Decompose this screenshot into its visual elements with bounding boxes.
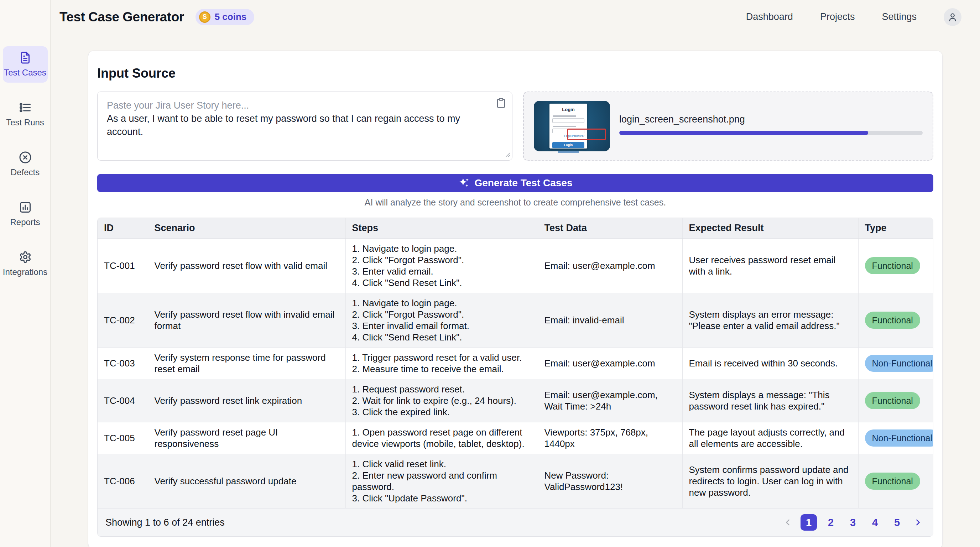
table-row-TC-003[interactable]: TC-003 Verify system response time for p…	[97, 348, 933, 379]
coins-badge: S 5 coins	[196, 9, 255, 25]
cell-id: TC-001	[97, 239, 148, 293]
pagination-prev-button[interactable]	[781, 517, 795, 528]
page-button-3[interactable]: 3	[845, 514, 861, 531]
cell-steps: 1. Navigate to login page. 2. Click "For…	[345, 293, 538, 348]
paste-clipboard-button[interactable]	[496, 98, 506, 109]
screenshot-upload-area[interactable]: Login Forgot Password? Login	[523, 92, 933, 161]
sidebar-item-label: Test Cases	[4, 68, 46, 78]
user-story-value: As a user, I want to be able to reset my…	[107, 112, 487, 138]
table-row-TC-002[interactable]: TC-002 Verify password reset flow with i…	[97, 293, 933, 348]
table-row-TC-004[interactable]: TC-004 Verify password reset link expira…	[97, 379, 933, 422]
document-icon	[19, 51, 32, 64]
table-header-row: ID Scenario Steps Test Data Expected Res…	[97, 218, 933, 239]
cell-expected-result: System displays a message: "This passwor…	[682, 379, 858, 422]
bar-chart-icon	[19, 201, 32, 214]
sidebar-item-label: Reports	[10, 217, 40, 227]
page-title: Test Case Generator	[59, 10, 184, 25]
sparkles-icon	[458, 177, 470, 189]
chevron-left-icon	[783, 517, 793, 528]
thumbnail-login-button: Login	[552, 142, 584, 148]
cell-scenario: Verify system response time for password…	[148, 348, 345, 379]
cell-test-data: Email: user@example.com	[538, 348, 682, 379]
nav-link-settings[interactable]: Settings	[882, 11, 916, 22]
cell-id: TC-006	[97, 454, 148, 509]
circle-x-icon	[19, 151, 32, 164]
type-badge: Functional	[865, 312, 920, 329]
cell-expected-result: User receives password reset email with …	[682, 239, 858, 293]
test-cases-table: ID Scenario Steps Test Data Expected Res…	[97, 218, 933, 508]
generate-test-cases-button[interactable]: Generate Test Cases	[97, 174, 933, 192]
screenshot-thumbnail: Login Forgot Password? Login	[534, 101, 610, 151]
user-story-input[interactable]: Paste your Jira User Story here... As a …	[97, 92, 512, 161]
page-button-1[interactable]: 1	[800, 514, 817, 531]
nav-link-projects[interactable]: Projects	[820, 11, 855, 22]
cell-id: TC-002	[97, 293, 148, 348]
table-row-TC-006[interactable]: TC-006 Verify successful password update…	[97, 454, 933, 509]
pagination-pages: 12345	[800, 514, 905, 531]
upload-progress-track	[619, 131, 923, 135]
cell-steps: 1. Request password reset. 2. Wait for l…	[345, 379, 538, 422]
input-row: Paste your Jira User Story here... As a …	[97, 92, 933, 161]
clipboard-icon	[496, 98, 506, 108]
cell-scenario: Verify password reset flow with invalid …	[148, 293, 345, 348]
sidebar-item-reports[interactable]: Reports	[3, 196, 48, 232]
cell-type: Non-Functional	[858, 348, 933, 379]
page-button-5[interactable]: 5	[889, 514, 905, 531]
column-header-expected-result: Expected Result	[682, 218, 858, 239]
sidebar-item-label: Test Runs	[6, 118, 44, 127]
avatar[interactable]	[944, 8, 961, 26]
cell-expected-result: Email is received within 30 seconds.	[682, 348, 858, 379]
cell-type: Non-Functional	[858, 422, 933, 454]
type-badge: Functional	[865, 392, 920, 409]
input-source-card: Input Source Paste your Jira User Story …	[88, 51, 943, 547]
sidebar: Test Cases Test Runs Defects Reports Int…	[0, 0, 51, 547]
cell-scenario: Verify successful password update	[148, 454, 345, 509]
column-header-test-data: Test Data	[538, 218, 682, 239]
cell-scenario: Verify password reset flow with valid em…	[148, 239, 345, 293]
sidebar-item-label: Integrations	[3, 267, 47, 277]
column-header-steps: Steps	[345, 218, 538, 239]
sidebar-item-integrations[interactable]: Integrations	[3, 246, 48, 282]
top-nav: Dashboard Projects Settings	[746, 8, 961, 26]
pagination-next-button[interactable]	[911, 517, 925, 528]
type-badge: Non-Functional	[865, 429, 934, 447]
table-row-TC-005[interactable]: TC-005 Verify password reset page UI res…	[97, 422, 933, 454]
cell-steps: 1. Trigger password reset for a valid us…	[345, 348, 538, 379]
cell-scenario: Verify password reset page UI responsive…	[148, 422, 345, 454]
page-button-2[interactable]: 2	[822, 514, 839, 531]
cell-id: TC-003	[97, 348, 148, 379]
cell-test-data: Email: invalid-email	[538, 293, 682, 348]
sidebar-item-test-runs[interactable]: Test Runs	[3, 96, 48, 132]
type-badge: Non-Functional	[865, 355, 934, 372]
cell-expected-result: System displays an error message: "Pleas…	[682, 293, 858, 348]
thumbnail-login-title: Login	[552, 107, 584, 112]
cell-type: Functional	[858, 454, 933, 509]
top-bar: Test Case Generator S 5 coins Dashboard …	[51, 0, 980, 34]
cell-test-data: Email: user@example.com, Wait Time: >24h	[538, 379, 682, 422]
cell-type: Functional	[858, 293, 933, 348]
page-button-4[interactable]: 4	[867, 514, 883, 531]
sidebar-item-defects[interactable]: Defects	[3, 146, 48, 182]
column-header-scenario: Scenario	[148, 218, 345, 239]
cell-expected-result: System confirms password update and redi…	[682, 454, 858, 509]
showing-entries-text: Showing 1 to 6 of 24 entries	[105, 517, 225, 528]
cell-steps: 1. Navigate to login page. 2. Click "For…	[345, 239, 538, 293]
generate-helper-text: AI will analyze the story and screenshot…	[97, 197, 933, 208]
chevron-right-icon	[913, 517, 923, 528]
pagination: 12345	[781, 514, 925, 531]
sidebar-item-test-cases[interactable]: Test Cases	[3, 46, 48, 83]
cell-type: Functional	[858, 379, 933, 422]
cell-id: TC-005	[97, 422, 148, 454]
test-cases-table-wrap: ID Scenario Steps Test Data Expected Res…	[97, 218, 933, 537]
coin-icon: S	[199, 11, 210, 23]
cell-test-data: Email: user@example.com	[538, 239, 682, 293]
type-badge: Functional	[865, 472, 920, 490]
resize-handle-icon[interactable]	[504, 151, 510, 159]
cell-steps: 1. Open password reset page on different…	[345, 422, 538, 454]
upload-info: login_screen_screenshot.png	[619, 114, 923, 138]
upload-progress-fill	[619, 131, 868, 135]
nav-link-dashboard[interactable]: Dashboard	[746, 11, 793, 22]
table-row-TC-001[interactable]: TC-001 Verify password reset flow with v…	[97, 239, 933, 293]
main-area: Test Case Generator S 5 coins Dashboard …	[51, 0, 980, 547]
card-title: Input Source	[97, 66, 933, 81]
